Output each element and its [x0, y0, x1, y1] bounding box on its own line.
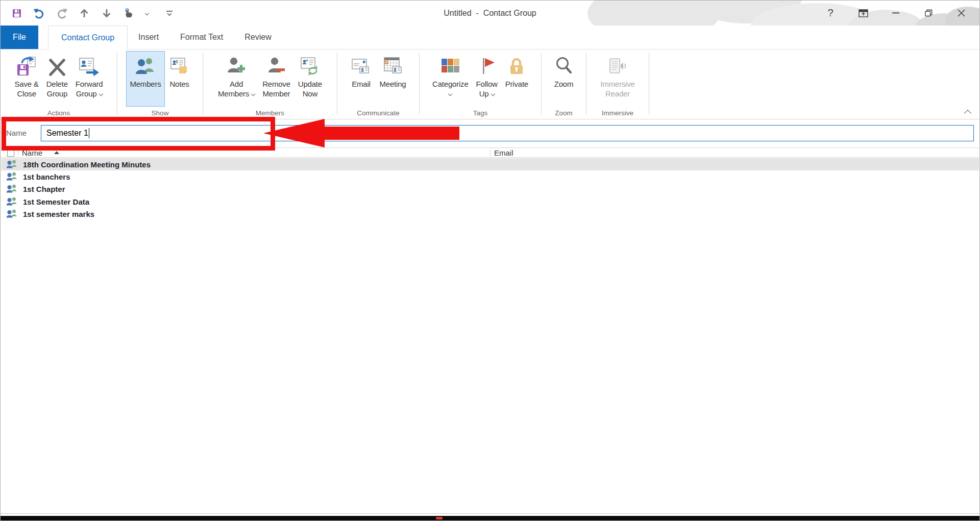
ribbon-group-members: AddMembers RemoveMember [203, 49, 337, 119]
annotation-arrow [262, 118, 461, 148]
categorize-button[interactable]: Categorize [429, 51, 472, 107]
column-header-email[interactable]: Email [494, 148, 513, 157]
collapse-ribbon-button[interactable] [964, 110, 971, 117]
ribbon-tabs: File Contact Group Insert Format Text Re… [1, 26, 979, 49]
group-label-zoom: Zoom [542, 107, 586, 119]
update-now-icon [299, 54, 321, 79]
list-item[interactable]: 1st banchers [1, 170, 979, 183]
divider [649, 53, 649, 114]
add-members-button[interactable]: AddMembers [214, 51, 258, 107]
group-name: 1st Semester Data [23, 197, 89, 206]
chevron-down-icon [251, 92, 255, 96]
ribbon-group-tags: Categorize FollowUp [420, 49, 541, 119]
restore-icon [925, 9, 933, 17]
help-button[interactable]: ? [814, 1, 847, 26]
ribbon-group-show: Members Notes Show [117, 49, 203, 119]
divider [490, 149, 491, 156]
meeting-icon [382, 54, 404, 79]
restore-button[interactable] [912, 1, 945, 26]
group-name: 1st Chapter [23, 185, 65, 193]
forward-group-icon [78, 54, 101, 79]
list-item[interactable]: 1st Semester Data [1, 195, 979, 208]
immersive-reader-icon [606, 54, 629, 79]
group-label-tags: Tags [420, 107, 541, 119]
quick-access-toolbar [9, 1, 175, 26]
tab-insert[interactable]: Insert [128, 26, 169, 49]
save-icon [12, 8, 22, 18]
meeting-button[interactable]: Meeting [376, 51, 410, 107]
redo-button[interactable] [54, 5, 70, 21]
ribbon-display-options-button[interactable] [847, 1, 879, 26]
ribbon-group-communicate: Email Meeting [337, 49, 419, 119]
notification-dot [436, 517, 443, 519]
zoom-icon [553, 54, 575, 79]
close-icon [958, 9, 965, 17]
ribbon-group-zoom: Zoom Zoom [542, 49, 586, 119]
save-button[interactable] [9, 5, 25, 21]
members-icon [134, 54, 157, 79]
private-button[interactable]: Private [502, 51, 532, 107]
customize-qat-icon [166, 10, 173, 16]
sort-ascending-icon [54, 151, 59, 154]
tab-review[interactable]: Review [234, 26, 282, 49]
contact-group-icon [6, 209, 18, 219]
immersive-reader-button[interactable]: ImmersiveReader [597, 51, 638, 107]
ribbon-display-options-icon [859, 9, 868, 17]
follow-up-button[interactable]: FollowUp [473, 51, 501, 107]
chevron-down-icon [99, 92, 103, 96]
tab-file[interactable]: File [1, 26, 38, 49]
list-item[interactable]: 18th Coordination Meeting Minutes [1, 158, 979, 170]
notes-icon [169, 54, 190, 79]
chevron-down-icon [448, 92, 452, 96]
window-controls: ? [814, 1, 977, 26]
customize-qat-button[interactable] [164, 5, 175, 21]
group-label-communicate: Communicate [337, 107, 419, 119]
group-name: 1st semester marks [23, 210, 94, 218]
email-icon [351, 54, 372, 79]
undo-button[interactable] [31, 5, 47, 21]
annotation-rectangle [2, 117, 275, 151]
remove-member-icon [265, 54, 287, 79]
email-button[interactable]: Email [347, 51, 376, 107]
zoom-button[interactable]: Zoom [550, 51, 578, 107]
tab-format-text[interactable]: Format Text [169, 26, 234, 49]
list-item[interactable]: 1st semester marks [1, 208, 979, 220]
private-lock-icon [506, 54, 527, 79]
touch-mode-dropdown[interactable] [143, 5, 151, 21]
update-now-button[interactable]: UpdateNow [295, 51, 326, 107]
touch-mode-button[interactable] [121, 5, 137, 21]
contact-group-icon [6, 197, 18, 207]
contact-group-icon [6, 160, 18, 169]
title-bar: Untitled - Contact Group ? [1, 1, 979, 26]
touch-mode-icon [124, 8, 135, 19]
close-button[interactable] [945, 1, 977, 26]
notes-view-button[interactable]: Notes [165, 51, 194, 107]
ribbon: Save &Close DeleteGroup [1, 49, 979, 119]
tab-contact-group[interactable]: Contact Group [48, 26, 128, 49]
taskbar-sliver [1, 516, 979, 520]
select-all-checkbox[interactable] [7, 150, 14, 157]
group-name: 18th Coordination Meeting Minutes [23, 160, 151, 169]
arrow-up-icon [79, 8, 89, 18]
ribbon-group-immersive: ImmersiveReader Immersive [586, 49, 649, 119]
minimize-button[interactable] [879, 1, 912, 26]
save-close-icon [16, 54, 37, 79]
help-icon: ? [827, 7, 833, 19]
members-view-button[interactable]: Members [126, 51, 164, 107]
arrow-down-icon [102, 8, 112, 18]
move-up-button[interactable] [76, 5, 92, 21]
members-list: 18th Coordination Meeting Minutes 1st ba… [1, 158, 979, 220]
delete-group-icon [46, 54, 68, 79]
add-members-icon [225, 54, 248, 79]
forward-group-button[interactable]: ForwardGroup [72, 51, 107, 107]
list-item[interactable]: 1st Chapter [1, 183, 979, 195]
chevron-down-icon [491, 92, 495, 96]
follow-up-flag-icon [477, 54, 497, 79]
window-bottom-border [1, 513, 979, 514]
redo-icon [56, 8, 67, 19]
delete-group-button[interactable]: DeleteGroup [43, 51, 71, 107]
contact-group-icon [6, 184, 18, 194]
move-down-button[interactable] [99, 5, 115, 21]
remove-member-button[interactable]: RemoveMember [259, 51, 294, 107]
save-and-close-button[interactable]: Save &Close [11, 51, 42, 107]
